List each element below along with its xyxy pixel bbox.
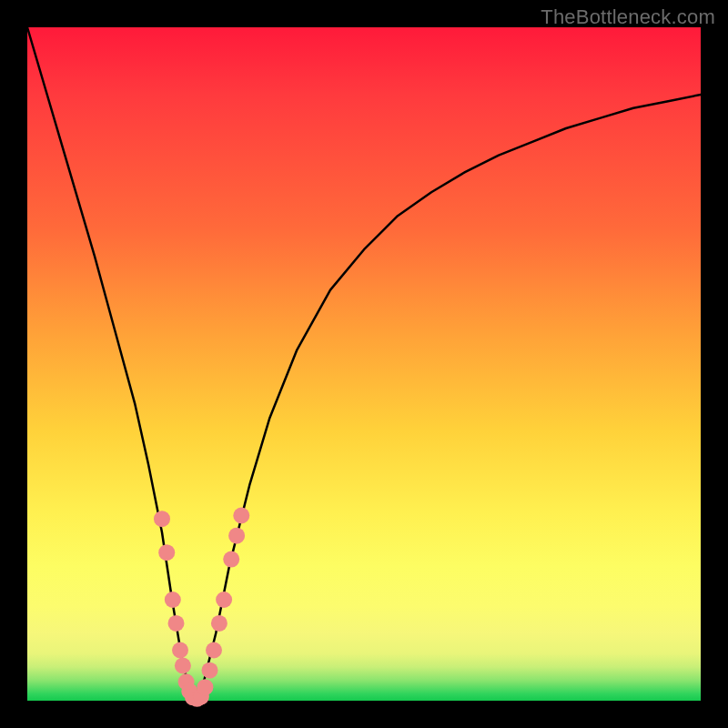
marker-point xyxy=(197,679,213,695)
bottleneck-curve-path xyxy=(27,27,701,701)
marker-point xyxy=(216,592,232,608)
chart-frame: TheBottleneck.com xyxy=(0,0,728,728)
marker-point xyxy=(172,642,188,659)
marker-point xyxy=(168,615,185,632)
marker-point xyxy=(165,592,181,608)
marker-point xyxy=(158,544,175,561)
marker-point xyxy=(175,658,191,674)
marker-point xyxy=(233,508,249,524)
plot-area xyxy=(27,27,701,701)
marker-point xyxy=(228,528,245,544)
curve-svg xyxy=(27,27,701,701)
marker-group xyxy=(154,508,249,707)
bottleneck-curve xyxy=(27,27,701,701)
marker-point xyxy=(202,662,218,679)
marker-point xyxy=(154,511,170,527)
watermark-text: TheBottleneck.com xyxy=(541,5,715,29)
marker-point xyxy=(206,642,222,659)
marker-point xyxy=(211,615,228,632)
marker-point xyxy=(223,551,239,568)
